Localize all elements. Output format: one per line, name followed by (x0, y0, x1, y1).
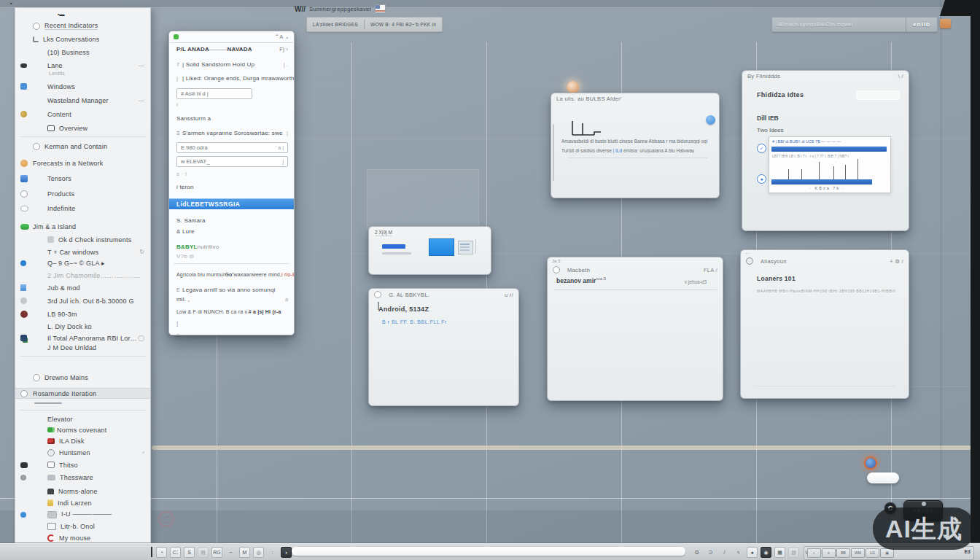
taskbar-icon[interactable]: ◔ (156, 547, 167, 558)
sidebar-item[interactable]: T + Car windows↻ (15, 247, 150, 257)
sidebar-item[interactable]: Drewno Mains (15, 373, 150, 382)
taskbar-icon[interactable]: ~ (225, 547, 236, 558)
sidebar-item[interactable]: Content (15, 109, 150, 119)
faint-pill-button[interactable] (856, 90, 900, 100)
timeline-progress-bar[interactable] (771, 179, 872, 184)
scrollbar[interactable] (553, 124, 554, 181)
sidebar-item[interactable]: ILA Disk (15, 436, 150, 446)
timeline-panel[interactable]: # | BBf di BUBY di UCE 7B — — — — LB77·B… (769, 136, 891, 193)
chart-note-titlebar[interactable]: La ulis. au BULBS Alder' (551, 93, 719, 104)
popup-titlebar[interactable]: ⌃A ⌄ (169, 31, 294, 42)
popup-row[interactable]: Sanssturm a (169, 114, 294, 122)
android-window-controls[interactable]: u r/ (505, 292, 513, 298)
sidebar-item[interactable]: (10) Business (15, 47, 150, 57)
sidebar-item[interactable]: I-U ⸻⸻ (15, 510, 150, 519)
popup-row[interactable]: s · i (169, 169, 294, 178)
popup-row[interactable]: i teron (169, 182, 294, 191)
popup-row[interactable]: || Liked: Orange ends, Durga mrawaworthi… (169, 74, 294, 82)
sidebar-item[interactable]: Lane— (15, 61, 150, 70)
sidebar-item[interactable]: 2 Jim Chamomile………………………… (15, 271, 150, 280)
taskbar-search-pill[interactable] (292, 547, 685, 556)
sidebar-item[interactable]: Indefinite (15, 203, 150, 213)
sidebar-item-extra[interactable]: › (142, 449, 144, 456)
list-thumbnail[interactable] (458, 241, 473, 254)
sidebar-item[interactable]: Norms covenant (15, 425, 150, 435)
loaners-titlebar[interactable]: Aliasyoun + ⚙ / (741, 255, 909, 266)
taskbar-icon[interactable]: ૧ (733, 547, 744, 558)
sidebar-item[interactable]: Indi Larzen (15, 498, 150, 508)
sidebar-item[interactable]: Thitso (15, 460, 150, 470)
top-toolbar[interactable]: LA'slides BRIDGES WOW B: 4 FBI B2~'b PKK… (306, 17, 443, 32)
check-circle-icon[interactable]: ✓ (757, 144, 766, 153)
sidebar-item[interactable]: Products (15, 189, 150, 198)
popup-row[interactable]: i (169, 100, 294, 109)
tray-tile[interactable]: BB (836, 548, 850, 558)
popup-row[interactable]: Agricola blu murmur Go' waxaanweere mind… (169, 270, 294, 279)
sidebar-item[interactable]: Il Total APanorama RBI Lorem Wood◯ (15, 333, 150, 343)
taskbar-icon[interactable]: S (184, 547, 195, 558)
sidebar-item[interactable]: Overview (15, 123, 150, 133)
sidebar-item[interactable]: 3rd Jul ich. Out 8-b.30000 G (15, 296, 150, 306)
taskbar-icon[interactable]: ● (747, 547, 758, 558)
timeline-selection-bar[interactable] (771, 147, 887, 152)
sidebar-item[interactable]: Kerman and Contain (15, 141, 150, 151)
taskbar-icon[interactable]: RG (211, 547, 222, 558)
popup-row[interactable]: a (169, 330, 294, 335)
sidebar-item[interactable]: LB 90-3m (15, 309, 150, 319)
sidebar-item[interactable]: J M Dee Unldad (15, 343, 150, 352)
record-indicator-dot[interactable] (864, 456, 877, 470)
popup-window-controls[interactable]: ⌃A ⌄ (275, 34, 289, 40)
sidebar-item[interactable]: Windows (15, 82, 150, 91)
orange-badge-icon[interactable] (940, 19, 951, 28)
popup-input[interactable]: # Asili hi d | (176, 88, 252, 99)
android-titlebar[interactable]: G. AL BBKYBL. u r/ (369, 289, 518, 300)
sidebar-item[interactable]: Recent Indicators (15, 21, 150, 31)
tray-tile[interactable]: LG (866, 548, 879, 558)
taskbar-icon[interactable]: ▦ (774, 547, 785, 558)
sidebar-item[interactable]: Q– 9 G–~ © GLA ▸ (15, 258, 150, 268)
taskbar-icon[interactable]: ▨ (788, 547, 799, 558)
sidebar-item[interactable]: Wasteland Manager— (15, 96, 150, 105)
popup-row[interactable]: 7| Solid Sandstorm Hold Up| . (169, 60, 294, 69)
popup-row[interactable]: & Lure (169, 227, 294, 236)
popup-row[interactable]: P/L ANADA ——— NAVADAF) › (169, 44, 294, 53)
popup-input[interactable]: w ELEVAT_j (176, 156, 288, 167)
popup-row[interactable]: ELegava arnill so via anno somunqi (169, 285, 294, 294)
popup-row[interactable]: ] (169, 319, 294, 327)
toolbar-group-1[interactable]: LA'slides BRIDGES (307, 22, 364, 27)
popup-row[interactable]: Low & F di NUNCH. B ca ra v. # a |s| Hl … (169, 307, 294, 316)
popup-row[interactable]: B&BYL nutritivo (169, 242, 294, 251)
sidebar-item[interactable]: Litr-b. Onol (15, 521, 150, 531)
sidebar-item[interactable]: Thessware (15, 472, 150, 482)
info-circle-icon[interactable] (706, 115, 715, 125)
sidebar-item[interactable]: My mouse (15, 533, 150, 542)
popup-row[interactable]: SS'armen vapranne Soroswartae: swe| (169, 128, 294, 137)
tray-tile[interactable]: WM (851, 548, 865, 558)
taskbar-icon[interactable]: ◗ (281, 547, 292, 558)
inline-link[interactable]: | ILd (613, 148, 623, 153)
taskbar-icon[interactable]: Ɔ (705, 547, 716, 558)
loaners-window-controls[interactable]: + ⚙ / (890, 258, 903, 265)
sidebar-item[interactable]: Jub & mod (15, 283, 150, 292)
sidebar-item[interactable]: Ok d Check instruments (15, 235, 150, 244)
pill-button[interactable] (867, 472, 899, 483)
radio-circle-icon[interactable]: ● (757, 174, 766, 184)
tray-tile[interactable]: ▪ (807, 548, 821, 558)
taskbar-icon[interactable]: M (239, 547, 250, 558)
taskbar-icon[interactable]: : (267, 547, 278, 558)
taskbar-icon[interactable]: ◉ (761, 547, 771, 558)
sidebar-item[interactable]: L. Diy Dock ko (15, 322, 150, 331)
top-right-bar[interactable]: IBliniwin-syvnsvBNIClin-mqwei enllb (771, 17, 938, 32)
ideas-window-controls[interactable]: \ / (898, 73, 903, 79)
sidebar-item-extra[interactable]: ↻ (139, 249, 144, 255)
popup-selected-item[interactable]: LidLEBETWSSRGIA (169, 198, 294, 209)
sidebar-item[interactable]: Lks Conversations (15, 34, 150, 44)
toolbar-group-2[interactable]: WOW B: 4 FBI B2~'b PKK in (365, 22, 442, 27)
ideas-titlebar[interactable]: By Fliniddds \ / (742, 71, 909, 81)
taskbar-icon[interactable]: C⁚ (170, 547, 181, 558)
popup-row[interactable]: S. Samara (169, 216, 294, 225)
popup-row[interactable]: V?b di (169, 252, 294, 260)
taskbar-icon[interactable]: Ʊ (691, 547, 702, 558)
mini-progress-bar[interactable] (382, 244, 405, 249)
sidebar-item-extra[interactable]: — (139, 62, 144, 69)
